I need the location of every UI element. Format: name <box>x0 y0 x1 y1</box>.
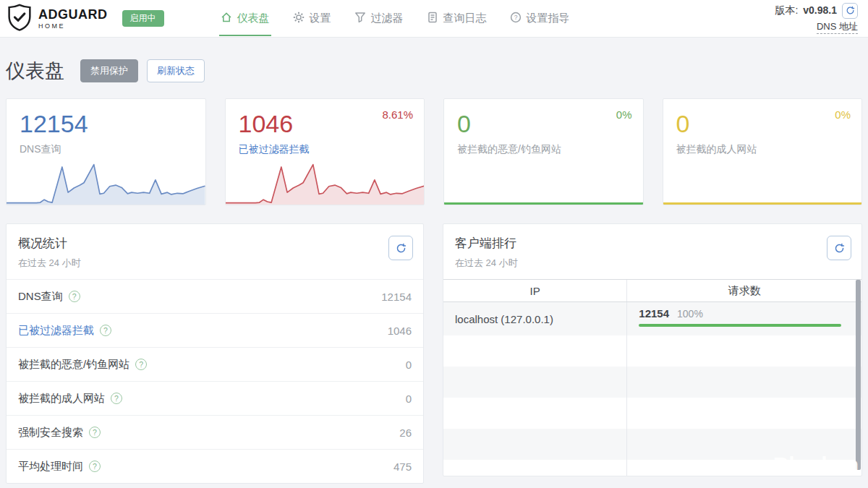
stat-label-link[interactable]: 已被过滤器拦截 <box>18 324 94 338</box>
help-icon[interactable]: ? <box>135 359 147 370</box>
card-label: 被拦截的成人网站 <box>676 143 849 156</box>
nav-query-log[interactable]: 查询日志 <box>427 12 487 25</box>
watermark-container: Blogl.cn <box>773 453 859 472</box>
card-blocked-adult: 0 被拦截的成人网站 0% <box>663 98 863 205</box>
help-icon[interactable]: ? <box>100 325 111 336</box>
client-request-percent: 100% <box>677 308 703 320</box>
stats-refresh-button[interactable] <box>388 236 413 260</box>
disable-protection-button[interactable]: 禁用保护 <box>80 59 138 82</box>
svg-text:?: ? <box>514 14 517 21</box>
panel-subtitle: 在过去 24 小时 <box>18 257 412 270</box>
stat-value: 0 <box>406 359 412 371</box>
refresh-status-button[interactable]: 刷新状态 <box>147 59 205 82</box>
card-percent: 8.61% <box>382 108 413 121</box>
card-accent-line <box>663 202 862 205</box>
log-icon <box>427 12 438 25</box>
home-icon <box>221 12 232 25</box>
card-blocked-by-filters: 1046 已被过滤器拦截 8.61% <box>225 98 425 205</box>
top-clients-panel: 客户端排行 在过去 24 小时 IP 请求数 localhost (127.0.… <box>443 223 862 476</box>
stat-row-malware: 被拦截的恶意/钓鱼网站 ? 0 <box>7 347 423 381</box>
adguard-logo[interactable]: ADGUARD HOME <box>7 4 108 34</box>
dns-queries-sparkline <box>7 161 205 205</box>
table-row: localhost (127.0.0.1) 12154 100% <box>443 302 861 335</box>
stat-row-dns-queries: DNS查询 ? 12154 <box>7 279 423 313</box>
clients-table: IP 请求数 localhost (127.0.0.1) 12154 100% <box>443 279 861 476</box>
card-value: 0 <box>457 110 630 138</box>
dns-address-link[interactable]: DNS 地址 <box>817 20 858 35</box>
stat-label: 强制安全搜索 <box>18 426 83 440</box>
help-icon[interactable]: ? <box>89 461 101 472</box>
card-value: 0 <box>676 110 849 138</box>
stat-value: 1046 <box>388 325 412 337</box>
client-usage-bar <box>639 324 841 327</box>
table-scrollbar[interactable] <box>856 280 861 470</box>
stat-row-adult: 被拦截的成人网站 ? 0 <box>7 381 423 415</box>
stat-label: 平均处理时间 <box>18 460 83 474</box>
version-value: v0.98.1 <box>803 3 837 17</box>
card-label: 被拦截的恶意/钓鱼网站 <box>457 143 630 156</box>
stat-value: 475 <box>393 461 412 473</box>
stat-value: 12154 <box>381 291 412 303</box>
nav-settings[interactable]: 设置 <box>293 12 331 25</box>
stat-value: 0 <box>406 393 412 405</box>
version-label: 版本: <box>775 3 798 17</box>
top-bar: ADGUARD HOME 启用中 仪表盘 <box>0 0 868 38</box>
nav-label: 设置 <box>310 12 331 25</box>
version-refresh-button[interactable] <box>842 3 858 19</box>
nav-label: 设置指导 <box>527 12 570 25</box>
nav-label: 仪表盘 <box>237 12 270 25</box>
column-header-requests: 请求数 <box>627 280 861 301</box>
stat-label: 被拦截的成人网站 <box>18 392 105 406</box>
stat-row-avg-time: 平均处理时间 ? 475 <box>7 449 423 483</box>
stat-row-safe-search: 强制安全搜索 ? 26 <box>7 415 423 449</box>
help-icon[interactable]: ? <box>89 427 101 438</box>
card-blocked-malware: 0 被拦截的恶意/钓鱼网站 0% <box>443 98 644 205</box>
main-nav: 仪表盘 设置 过滤器 <box>221 12 570 25</box>
column-header-ip: IP <box>443 280 627 301</box>
stat-label: 被拦截的恶意/钓鱼网站 <box>18 358 129 372</box>
panel-title: 概况统计 <box>18 235 412 252</box>
card-dns-queries: 12154 DNS查询 <box>6 98 206 205</box>
card-percent: 0% <box>835 108 851 121</box>
shield-check-icon <box>7 4 32 34</box>
status-badge: 启用中 <box>122 10 164 26</box>
filter-icon <box>354 12 366 25</box>
gear-icon <box>293 12 305 25</box>
watermark-text: Blogl.cn <box>773 453 859 472</box>
client-ip: localhost (127.0.0.1) <box>443 302 627 335</box>
card-accent-line <box>444 202 643 205</box>
nav-filters[interactable]: 过滤器 <box>354 12 404 25</box>
card-label-link[interactable]: 已被过滤器拦截 <box>239 143 412 156</box>
card-label: DNS查询 <box>20 143 192 156</box>
card-value: 12154 <box>20 110 192 138</box>
stat-cards: 12154 DNS查询 1046 已被过滤器拦截 8.61% 0 被拦截的恶意/… <box>6 98 862 205</box>
panel-title: 客户端排行 <box>455 235 850 252</box>
help-icon[interactable]: ? <box>111 393 122 404</box>
table-row-empty <box>443 367 861 398</box>
table-row-empty <box>443 398 861 429</box>
stat-value: 26 <box>399 427 412 439</box>
panel-subtitle: 在过去 24 小时 <box>455 257 850 270</box>
client-request-count: 12154 <box>639 307 669 320</box>
help-icon[interactable]: ? <box>69 291 80 302</box>
card-percent: 0% <box>616 108 632 121</box>
logo-title: ADGUARD <box>38 8 108 21</box>
nav-dashboard[interactable]: 仪表盘 <box>221 12 270 25</box>
nav-setup-guide[interactable]: ? 设置指导 <box>510 12 570 25</box>
stat-row-blocked: 已被过滤器拦截 ? 1046 <box>7 313 423 347</box>
clients-refresh-button[interactable] <box>827 236 851 260</box>
question-circle-icon: ? <box>510 12 522 25</box>
general-stats-panel: 概况统计 在过去 24 小时 DNS查询 ? 12154 已被过滤器拦截 ? 1… <box>6 223 424 484</box>
page-title: 仪表盘 <box>6 58 64 84</box>
nav-label: 查询日志 <box>443 12 487 25</box>
table-row-empty <box>443 335 861 367</box>
main-content: 仪表盘 禁用保护 刷新状态 12154 DNS查询 1046 已被过滤器拦截 8… <box>0 58 868 484</box>
logo-subtitle: HOME <box>38 22 108 30</box>
nav-label: 过滤器 <box>371 12 404 25</box>
blocked-sparkline <box>226 161 425 205</box>
clients-table-header: IP 请求数 <box>443 280 861 302</box>
topbar-right: 版本: v0.98.1 DNS 地址 <box>775 3 858 35</box>
stat-label: DNS查询 <box>18 290 63 304</box>
